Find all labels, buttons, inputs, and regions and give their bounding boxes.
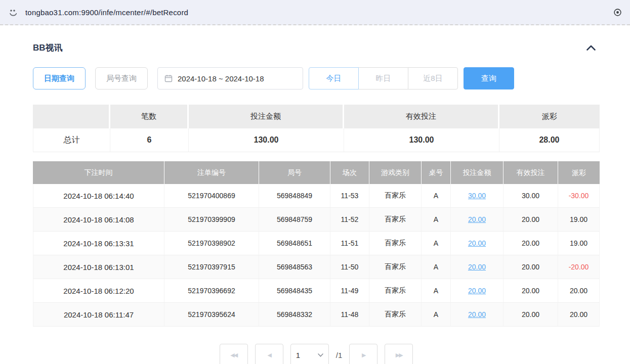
- table-row: 2024-10-18 06:14:08521970399909569848759…: [33, 208, 600, 232]
- cell-valid-bet: 20.00: [503, 303, 558, 327]
- cell-round-no: 569848849: [259, 184, 330, 208]
- cell-bet-amount: 20.00: [451, 255, 503, 279]
- cell-round-no: 569848651: [259, 232, 330, 255]
- summary-header-count: 笔数: [110, 105, 189, 128]
- summary-total-valid-bet: 130.00: [344, 128, 499, 152]
- page-select-value: 1: [296, 351, 300, 359]
- summary-header-bet-amount: 投注金额: [189, 105, 344, 128]
- cell-order-no: 521970400869: [164, 184, 259, 208]
- last-page-button[interactable]: ▶▶: [385, 344, 413, 364]
- cell-bet-amount: 20.00: [451, 208, 503, 232]
- cell-table-no: A: [422, 279, 451, 303]
- page-title: BB视讯: [33, 42, 63, 54]
- table-row: 2024-10-18 06:14:40521970400869569848849…: [33, 184, 600, 208]
- round-query-button[interactable]: 局号查询: [95, 67, 148, 89]
- table-row: 2024-10-18 06:11:47521970395624569848332…: [33, 303, 600, 327]
- cell-order-no: 521970396692: [164, 279, 259, 303]
- site-info-icon[interactable]: [8, 7, 18, 17]
- cell-payout: 19.00: [558, 232, 600, 255]
- browser-eye-icon[interactable]: [613, 8, 622, 17]
- next-page-icon: ▶: [362, 352, 365, 358]
- cell-round-no: 569848332: [259, 303, 330, 327]
- column-header-order-no: 注单编号: [164, 161, 259, 184]
- today-button[interactable]: 今日: [309, 67, 359, 89]
- bet-amount-link[interactable]: 20.00: [468, 215, 486, 223]
- cell-payout: 19.00: [558, 208, 600, 232]
- bet-amount-link[interactable]: 30.00: [468, 192, 486, 200]
- bet-amount-link[interactable]: 20.00: [468, 287, 486, 295]
- prev-page-button[interactable]: ◀: [255, 344, 283, 364]
- bet-table-header-row: 下注时间 注单编号 局号 场次 游戏类别 桌号 投注金额 有效投注 派彩: [33, 161, 600, 184]
- cell-valid-bet: 20.00: [503, 279, 558, 303]
- summary-total-count: 6: [110, 128, 189, 152]
- cell-table-no: A: [422, 208, 451, 232]
- cell-bet-amount: 20.00: [451, 232, 503, 255]
- collapse-chevron-icon[interactable]: [586, 45, 596, 51]
- cell-order-no: 521970399909: [164, 208, 259, 232]
- column-header-bet-amount: 投注金额: [451, 161, 503, 184]
- cell-bet-amount: 30.00: [451, 184, 503, 208]
- cell-table-no: A: [422, 255, 451, 279]
- cell-round-no: 569848759: [259, 208, 330, 232]
- cell-game-type: 百家乐: [369, 255, 422, 279]
- summary-header-blank: [33, 105, 110, 128]
- bet-amount-link[interactable]: 20.00: [468, 310, 486, 318]
- bet-record-table: 下注时间 注单编号 局号 场次 游戏类别 桌号 投注金额 有效投注 派彩 202…: [33, 161, 600, 327]
- cell-bet-time: 2024-10-18 06:13:01: [33, 255, 164, 279]
- search-button[interactable]: 查询: [464, 67, 514, 89]
- cell-bet-amount: 20.00: [451, 279, 503, 303]
- quick-date-button-group: 今日 昨日 近8日: [309, 67, 458, 89]
- cell-order-no: 521970398902: [164, 232, 259, 255]
- table-row: 2024-10-18 06:13:31521970398902569848651…: [33, 232, 600, 255]
- pagination: ◀◀ ◀ 1 /1 ▶ ▶▶: [33, 344, 600, 364]
- summary-table: 笔数 投注金额 有效投注 派彩 总计 6 130.00 130.00 28.00: [33, 105, 600, 152]
- cell-session: 11-49: [330, 279, 369, 303]
- summary-total-label: 总计: [33, 128, 110, 152]
- cell-table-no: A: [422, 184, 451, 208]
- summary-header-payout: 派彩: [499, 105, 600, 128]
- cell-session: 11-53: [330, 184, 369, 208]
- next-page-button[interactable]: ▶: [349, 344, 377, 364]
- cell-order-no: 521970397915: [164, 255, 259, 279]
- cell-table-no: A: [422, 232, 451, 255]
- date-range-value: 2024-10-18 ~ 2024-10-18: [178, 74, 264, 83]
- cell-payout: 20.00: [558, 303, 600, 327]
- date-range-input[interactable]: 2024-10-18 ~ 2024-10-18: [157, 67, 303, 89]
- cell-order-no: 521970395624: [164, 303, 259, 327]
- table-row: 2024-10-18 06:12:20521970396692569848435…: [33, 279, 600, 303]
- cell-session: 11-52: [330, 208, 369, 232]
- date-query-button[interactable]: 日期查询: [33, 67, 86, 89]
- summary-total-row: 总计 6 130.00 130.00 28.00: [33, 128, 600, 152]
- prev-page-icon: ◀: [268, 352, 271, 358]
- column-header-round-no: 局号: [259, 161, 330, 184]
- bet-amount-link[interactable]: 20.00: [468, 263, 486, 271]
- first-page-icon: ◀◀: [230, 352, 237, 358]
- summary-total-bet-amount: 130.00: [189, 128, 344, 152]
- first-page-button[interactable]: ◀◀: [220, 344, 248, 364]
- cell-valid-bet: 20.00: [503, 208, 558, 232]
- summary-total-payout: 28.00: [499, 128, 600, 152]
- cell-bet-time: 2024-10-18 06:14:08: [33, 208, 164, 232]
- chevron-down-icon: [318, 353, 323, 357]
- total-pages-label: /1: [336, 351, 343, 359]
- cell-valid-bet: 20.00: [503, 232, 558, 255]
- yesterday-button[interactable]: 昨日: [358, 67, 408, 89]
- last-8-days-button[interactable]: 近8日: [408, 67, 458, 89]
- calendar-icon: [164, 74, 173, 82]
- cell-bet-amount: 20.00: [451, 303, 503, 327]
- page-select[interactable]: 1: [290, 344, 329, 364]
- bet-amount-link[interactable]: 20.00: [468, 239, 486, 247]
- url-text[interactable]: tongbao31.com:9900/infe/mcenter/#/betRec…: [25, 8, 606, 17]
- cell-game-type: 百家乐: [369, 232, 422, 255]
- cell-session: 11-51: [330, 232, 369, 255]
- column-header-bet-time: 下注时间: [33, 161, 164, 184]
- cell-game-type: 百家乐: [369, 303, 422, 327]
- cell-table-no: A: [422, 303, 451, 327]
- last-page-icon: ▶▶: [396, 352, 402, 358]
- cell-valid-bet: 30.00: [503, 184, 558, 208]
- cell-payout: -20.00: [558, 255, 600, 279]
- cell-game-type: 百家乐: [369, 208, 422, 232]
- column-header-valid-bet: 有效投注: [503, 161, 558, 184]
- bet-table-body: 2024-10-18 06:14:40521970400869569848849…: [33, 184, 600, 327]
- column-header-table-no: 桌号: [422, 161, 451, 184]
